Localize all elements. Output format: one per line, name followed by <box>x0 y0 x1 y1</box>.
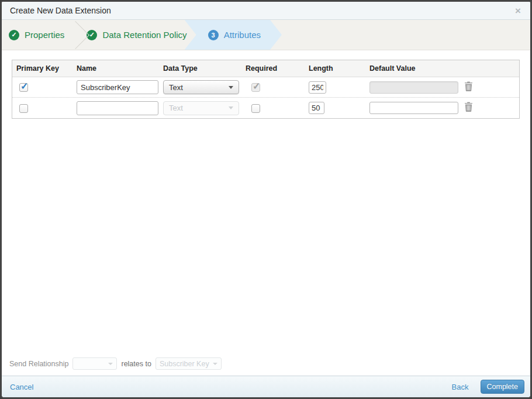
delete-row-icon[interactable] <box>464 81 473 91</box>
send-relationship-row: Send Relationship relates to Subscriber … <box>9 357 222 370</box>
chevron-down-icon <box>108 363 113 365</box>
data-type-value: Text <box>169 104 183 112</box>
header-name: Name <box>72 60 159 77</box>
header-required: Required <box>241 60 305 77</box>
close-icon[interactable]: × <box>513 5 523 17</box>
field-name-input[interactable] <box>77 80 158 94</box>
cancel-link[interactable]: Cancel <box>10 383 33 391</box>
subscriber-key-select: Subscriber Key <box>156 357 222 370</box>
length-input[interactable] <box>309 102 324 114</box>
header-data-type: Data Type <box>159 60 241 77</box>
send-relationship-select <box>72 357 117 370</box>
primary-key-checkbox[interactable] <box>19 83 28 92</box>
header-actions <box>459 60 519 77</box>
complete-button[interactable]: Complete <box>481 380 525 394</box>
check-circle-icon <box>9 30 19 40</box>
length-input[interactable] <box>309 81 326 94</box>
data-type-value: Text <box>169 83 183 92</box>
step-number-badge: 3 <box>208 30 219 40</box>
header-length: Length <box>305 60 365 77</box>
step-label: Properties <box>25 30 64 40</box>
step-attributes[interactable]: 3 Attributes <box>185 20 282 50</box>
create-data-extension-modal: Create New Data Extension × Properties D… <box>0 0 532 399</box>
data-type-select: Text <box>163 101 239 115</box>
subscriber-key-value: Subscriber Key <box>160 360 209 368</box>
modal-titlebar: Create New Data Extension × <box>2 2 530 20</box>
attributes-table: Primary Key Name Data Type Required Leng… <box>12 60 520 119</box>
modal-footer: Cancel Back Complete <box>2 376 530 397</box>
required-checkbox <box>251 83 260 92</box>
table-row: Text <box>12 98 519 118</box>
required-checkbox[interactable] <box>251 104 260 113</box>
step-wizard: Properties Data Retention Policy 3 Attri… <box>2 20 530 50</box>
step-data-retention-policy[interactable]: Data Retention Policy <box>78 20 195 50</box>
primary-key-checkbox[interactable] <box>19 104 28 113</box>
header-default-value: Default Value <box>365 60 459 77</box>
chevron-down-icon <box>229 106 233 109</box>
modal-title: Create New Data Extension <box>10 6 111 15</box>
step-label: Data Retention Policy <box>102 30 186 40</box>
default-value-input <box>369 81 458 94</box>
default-value-input[interactable] <box>369 102 458 114</box>
relates-to-label: relates to <box>121 360 151 368</box>
modal-content: Primary Key Name Data Type Required Leng… <box>2 50 530 376</box>
send-relationship-label: Send Relationship <box>9 360 68 368</box>
chevron-down-icon <box>229 86 233 89</box>
chevron-down-icon <box>213 363 217 365</box>
data-type-select[interactable]: Text <box>163 80 239 94</box>
table-row: Text <box>12 77 519 98</box>
footer-actions: Back Complete <box>452 380 524 394</box>
field-name-input[interactable] <box>77 101 158 115</box>
delete-row-icon[interactable] <box>464 102 473 112</box>
step-label: Attributes <box>224 30 261 40</box>
header-primary-key: Primary Key <box>12 60 72 77</box>
back-link[interactable]: Back <box>452 383 469 391</box>
table-header-row: Primary Key Name Data Type Required Leng… <box>12 60 519 77</box>
